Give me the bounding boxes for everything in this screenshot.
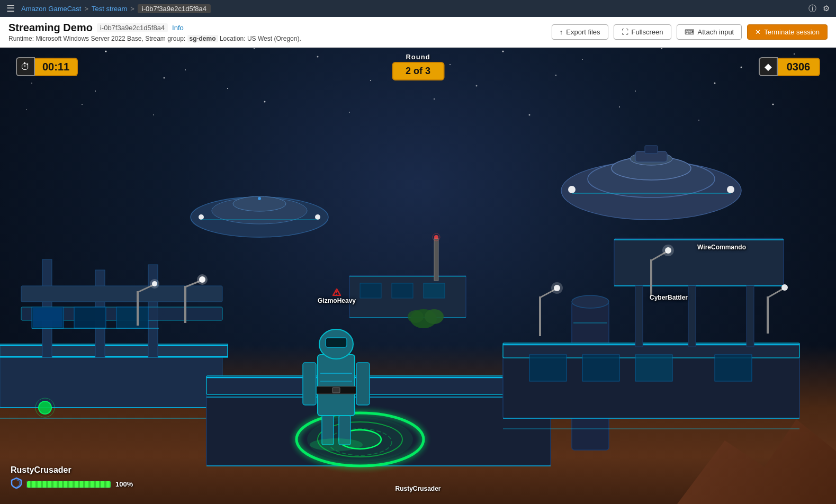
svg-point-140 [434,235,438,239]
svg-rect-86 [715,355,752,381]
svg-rect-138 [424,283,445,298]
svg-rect-46 [75,308,105,327]
stream-group-label: Stream group: [145,35,185,42]
terminate-icon: ✕ [755,28,761,36]
game-scene: ⌄ ⌄ [0,48,836,504]
wirecommando-label: WireCommando [697,244,746,251]
health-row: 100% [11,477,133,491]
svg-rect-32 [0,355,222,408]
terminate-button[interactable]: ✕ Terminate session [747,24,828,40]
svg-point-115 [197,274,208,285]
svg-rect-137 [392,283,413,298]
header: Streaming Demo i-0b7f3a9e2c1d5f8a4 Info … [0,17,836,48]
health-bar-fill [27,481,111,488]
svg-point-100 [258,197,261,200]
svg-rect-84 [582,355,619,381]
svg-rect-44 [116,307,148,328]
svg-point-144 [408,310,424,323]
breadcrumb-sep2: > [130,5,134,13]
svg-point-147 [336,294,337,295]
page-title: Streaming Demo [8,22,93,34]
cyberbattler-label: CyberBattler [650,294,688,301]
svg-point-130 [781,284,788,291]
header-actions: ↑ Export files ⛶ Fullscreen ⌨ Attach inp… [552,24,828,40]
svg-rect-94 [747,286,754,347]
gizmoheavy-label: GizmoHeavy [318,289,356,304]
svg-point-98 [199,214,204,220]
svg-rect-92 [635,286,643,347]
hamburger-icon[interactable]: ☰ [6,3,15,14]
settings-icon[interactable]: ⚙ [823,4,830,13]
export-button[interactable]: ↑ Export files [552,24,608,40]
hud-bottom: RustyCrusader 100% [11,465,133,493]
runtime-row: Runtime: Microsoft Windows Server 2022 B… [8,35,301,42]
fullscreen-icon: ⛶ [622,28,628,36]
breadcrumb-section[interactable]: Test stream [92,5,127,13]
svg-line-129 [768,289,784,298]
fullscreen-button[interactable]: ⛶ Fullscreen [614,24,671,40]
export-icon: ↑ [560,28,563,36]
svg-rect-139 [434,238,438,281]
timer-value: 00:11 [35,58,78,76]
svg-point-107 [727,186,734,193]
score-value: 0306 [778,58,820,76]
stream-group-value: sg-demo [187,35,218,42]
keyboard-icon: ⌨ [685,28,695,36]
svg-point-131 [39,401,51,414]
svg-point-75 [572,295,609,308]
bottom-center-player-label: RustyCrusader [395,485,441,492]
title-row: Streaming Demo i-0b7f3a9e2c1d5f8a4 Info [8,22,301,34]
health-bar-container [26,481,111,488]
top-bar-right: ⓘ ⚙ [808,4,830,14]
svg-point-73 [310,438,363,451]
breadcrumb-current: i-0b7f3a9e2c1d5f8a4 [138,4,211,13]
location-value: US West (Oregon). [247,35,301,42]
svg-rect-68 [356,363,370,405]
top-bar-left: ☰ Amazon GameCast > Test stream > i-0b7f… [6,3,211,14]
shield-icon-hud [11,477,22,491]
round-value: 2 of 3 [392,62,444,80]
game-viewport[interactable]: ⌄ ⌄ [0,48,836,504]
health-percentage: 100% [115,480,133,488]
enemy-indicator [318,289,356,296]
location-label: Location: [220,35,246,42]
breadcrumb-sep1: > [84,5,88,13]
svg-rect-66 [332,388,340,393]
hud-score: ◆ 0306 [759,57,820,76]
svg-point-106 [568,186,576,193]
svg-rect-136 [360,283,381,298]
svg-rect-70 [326,338,347,347]
svg-point-99 [315,214,320,220]
title-id: i-0b7f3a9e2c1d5f8a4 [97,23,168,32]
player-name-hud: RustyCrusader [11,465,133,475]
svg-point-123 [551,282,563,294]
svg-rect-51 [206,376,551,394]
svg-point-119 [150,279,159,289]
top-bar: ☰ Amazon GameCast > Test stream > i-0b7f… [0,0,836,17]
svg-rect-83 [529,355,567,381]
svg-point-143 [425,309,444,324]
header-left: Streaming Demo i-0b7f3a9e2c1d5f8a4 Info … [8,22,301,42]
runtime-label: Runtime: [8,35,34,42]
svg-point-127 [662,245,674,256]
breadcrumb-service[interactable]: Amazon GameCast [21,5,81,13]
timer-icon: ⏱ [16,57,35,76]
runtime-value: Microsoft Windows Server 2022 Base, [35,35,143,42]
svg-rect-40 [21,286,222,302]
svg-rect-111 [645,146,658,154]
svg-rect-85 [635,355,672,381]
hud-timer: ⏱ 00:11 [16,57,78,76]
hud-round: Round 2 of 3 [392,53,444,80]
svg-rect-45 [33,308,62,327]
score-icon: ◆ [759,57,778,76]
round-label: Round [392,53,444,61]
svg-rect-67 [303,363,316,405]
attach-input-button[interactable]: ⌨ Attach input [677,24,742,40]
svg-rect-93 [688,286,696,347]
svg-rect-64 [318,355,355,416]
info-link[interactable]: Info [172,24,184,32]
info-icon[interactable]: ⓘ [808,4,816,14]
